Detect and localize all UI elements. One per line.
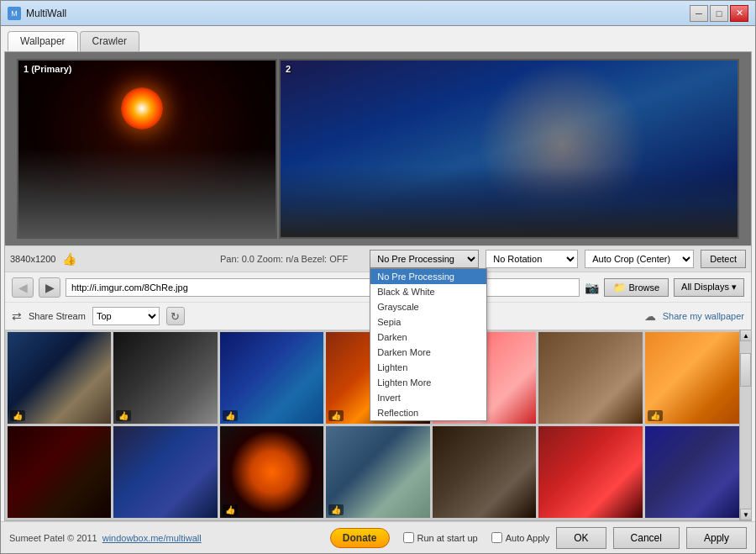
thumbnail-12-image [433,426,536,518]
run-startup-label: Run at start up [417,533,478,543]
resolution-text: 3840x1200 [10,254,55,264]
thumbnail-10-like: 👍 [223,504,238,515]
thumbnail-9[interactable] [113,426,217,518]
screen-primary-label: 1 (Primary) [24,64,71,74]
thumbnail-7[interactable]: 👍 [645,332,748,424]
processing-option-8[interactable]: Invert [370,390,486,405]
monitor-area: 1 (Primary) 2 [5,52,751,245]
detect-button[interactable]: Detect [701,250,746,268]
share-stream-label: Share Stream [29,311,86,321]
thumbnail-14[interactable] [645,426,748,518]
back-button[interactable]: ◀ [12,277,34,298]
status-dropdown-row: 3840x1200 👍 Pan: 0.0 Zoom: n/a Bezel: OF… [5,245,751,272]
pan-zoom-text: Pan: 0.0 Zoom: n/a Bezel: OFF [220,254,348,264]
tab-crawler[interactable]: Crawler [80,31,139,51]
thumbnail-8-image [8,426,111,518]
auto-apply-label: Auto Apply [506,533,550,543]
top-dropdown[interactable]: Top [92,307,160,325]
thumbnail-7-like: 👍 [648,410,663,421]
close-button[interactable]: ✕ [730,5,748,22]
scroll-down-arrow[interactable]: ▼ [740,509,751,520]
content-area: 1 (Primary) 2 3840x1200 👍 Pan: 0.0 Zoom:… [4,51,752,521]
forward-button[interactable]: ▶ [39,277,60,298]
processing-dropdown-container: No Pre Processing No Pre Processing Blac… [370,250,479,268]
thumbnail-12[interactable] [433,426,536,518]
screen-secondary-image [281,61,738,237]
url-input[interactable] [66,278,580,297]
like-icon[interactable]: 👍 [62,252,76,266]
cancel-button[interactable]: Cancel [613,527,680,549]
tab-list: Wallpaper Crawler [8,31,748,51]
main-window: M MultiWall ─ □ ✕ Wallpaper Crawler 1 (P… [0,0,756,554]
processing-option-9[interactable]: Reflection [370,405,486,420]
processing-dropdown[interactable]: No Pre Processing [370,250,479,268]
processing-option-3[interactable]: Sepia [370,314,486,330]
auto-apply-checkbox[interactable] [491,532,502,543]
browse-button[interactable]: 📁 Browse [604,278,669,297]
refresh-button[interactable]: ↻ [166,307,185,325]
thumbnail-13[interactable] [538,426,642,518]
thumbnail-6-image [538,332,642,424]
thumbnail-2[interactable]: 👍 [113,332,217,424]
window-controls: ─ □ ✕ [690,5,748,22]
processing-option-6[interactable]: Lighten [370,360,486,375]
donate-button[interactable]: Donate [330,528,390,548]
scrollbar[interactable]: ▲ ▼ [739,330,751,520]
thumbnail-6[interactable] [538,332,642,424]
thumbnail-8[interactable] [8,426,111,518]
thumbnail-11-like: 👍 [328,504,344,515]
thumbnail-9-image [113,426,217,518]
footer-link[interactable]: windowbox.me/multiwall [102,533,202,543]
shuffle-icon[interactable]: ⇄ [12,309,22,323]
monitor-screens: 1 (Primary) 2 [17,59,739,239]
run-startup-checkbox[interactable] [403,532,414,543]
ok-button[interactable]: OK [556,527,606,549]
thumbnail-10[interactable]: 👍 [220,426,323,518]
thumbnail-13-image [538,426,642,518]
footer-credit: Sumeet Patel © 2011 [9,533,97,543]
screen-secondary-label: 2 [286,64,291,74]
processing-option-2[interactable]: Grayscale [370,299,486,314]
processing-option-5[interactable]: Darken More [370,345,486,360]
scroll-up-arrow[interactable]: ▲ [740,330,751,341]
rotation-dropdown[interactable]: No Rotation [486,250,578,268]
processing-option-4[interactable]: Darken [370,330,486,345]
share-wallpaper-link[interactable]: Share my wallpaper [663,311,744,321]
app-icon: M [8,7,21,20]
scroll-thumb[interactable] [740,353,751,387]
tab-wallpaper[interactable]: Wallpaper [8,31,78,51]
all-displays-button[interactable]: All Displays ▾ [674,278,744,297]
chevron-down-icon: ▾ [732,282,737,292]
thumbnail-14-image [645,426,748,518]
apply-button[interactable]: Apply [686,527,747,549]
maximize-button[interactable]: □ [710,5,728,22]
auto-apply-group: Auto Apply [491,532,550,543]
footer: Sumeet Patel © 2011 windowbox.me/multiwa… [1,521,755,553]
screen-secondary[interactable]: 2 [279,59,739,239]
thumbnail-11[interactable]: 👍 [326,426,429,518]
crop-dropdown[interactable]: Auto Crop (Center) [585,250,694,268]
run-startup-group: Run at start up [403,532,478,543]
title-bar: M MultiWall ─ □ ✕ [1,1,755,26]
thumbnail-1[interactable]: 👍 [8,332,111,424]
processing-option-7[interactable]: Lighten More [370,375,486,390]
thumbnail-3[interactable]: 👍 [220,332,323,424]
screen-primary-image [18,61,276,237]
processing-option-0[interactable]: No Pre Processing [370,269,486,284]
cloud-icon: ☁ [644,309,656,323]
thumbnail-3-like: 👍 [223,410,238,421]
tabs-bar: Wallpaper Crawler [1,26,755,51]
folder-icon: 📁 [613,282,628,293]
window-title: MultiWall [26,8,690,19]
thumbnail-4-like: 👍 [328,410,344,421]
thumbnail-1-like: 👍 [10,410,25,421]
screen-primary[interactable]: 1 (Primary) [17,59,277,239]
processing-option-1[interactable]: Black & White [370,284,486,299]
minimize-button[interactable]: ─ [690,5,708,22]
processing-dropdown-menu: No Pre Processing Black & White Grayscal… [370,268,487,421]
thumbnail-2-like: 👍 [116,410,131,421]
